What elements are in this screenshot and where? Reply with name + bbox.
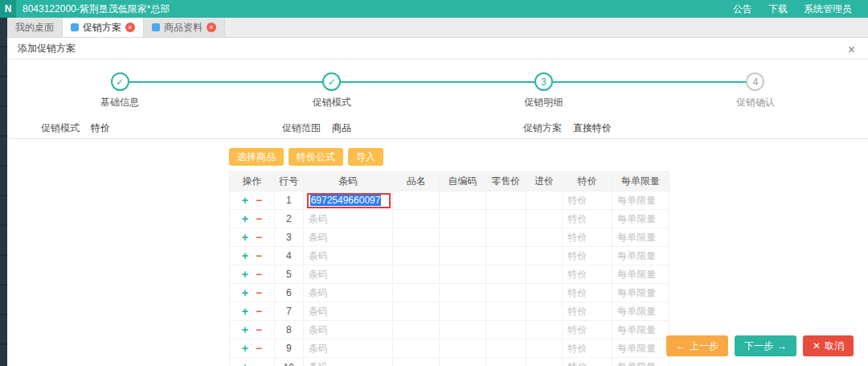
limit-input[interactable]: 每单限量 xyxy=(612,302,669,320)
cancel-button[interactable]: ✕ 取消 xyxy=(803,335,854,356)
limit-input[interactable]: 每单限量 xyxy=(612,339,669,357)
barcode-input[interactable]: 条码 xyxy=(304,302,394,320)
remove-row-button[interactable]: − xyxy=(256,268,262,281)
tab-my-desktop[interactable]: 我的桌面 xyxy=(7,18,63,37)
select-product-button[interactable]: 选择商品 xyxy=(229,148,284,166)
add-row-button[interactable]: + xyxy=(242,342,248,355)
limit-input[interactable]: 每单限量 xyxy=(612,228,669,246)
add-row-button[interactable]: + xyxy=(242,212,248,225)
retail-price-cell xyxy=(486,358,526,366)
row-actions: +− xyxy=(230,358,275,366)
previous-step-button[interactable]: ← 上一步 xyxy=(666,335,728,356)
remove-row-button[interactable]: − xyxy=(256,323,262,336)
add-row-button[interactable]: + xyxy=(242,361,248,366)
next-step-button[interactable]: 下一步 → xyxy=(735,335,796,356)
barcode-input[interactable]: 条码 xyxy=(304,284,394,302)
field-promotion-scope: 促销范围 商品 xyxy=(264,117,506,138)
self-code-cell xyxy=(440,284,486,302)
special-price-input[interactable]: 特价 xyxy=(563,321,612,339)
special-price-input[interactable]: 特价 xyxy=(563,302,612,320)
retail-price-cell xyxy=(486,265,526,283)
limit-input[interactable]: 每单限量 xyxy=(612,321,669,339)
table-row: +− 4 条码 特价 每单限量 xyxy=(230,247,669,265)
remove-row-button[interactable]: − xyxy=(256,231,262,244)
remove-row-button[interactable]: − xyxy=(256,249,262,262)
download-link[interactable]: 下载 xyxy=(768,2,788,16)
close-tab-icon[interactable]: × xyxy=(207,23,216,32)
barcode-input[interactable]: 条码 xyxy=(304,358,394,366)
barcode-input[interactable]: 条码 xyxy=(304,210,394,228)
remove-row-button[interactable]: − xyxy=(256,305,262,318)
table-row: +− 5 条码 特价 每单限量 xyxy=(230,265,669,284)
special-price-input[interactable]: 特价 xyxy=(563,284,612,302)
add-row-button[interactable]: + xyxy=(242,286,248,299)
line-number: 5 xyxy=(275,265,304,283)
barcode-input[interactable]: 条码 xyxy=(304,321,394,339)
special-price-input[interactable]: 特价 xyxy=(563,358,612,366)
special-price-input[interactable]: 特价 xyxy=(563,247,612,265)
summary-row: 促销模式 特价 促销范围 商品 促销方案 直接特价 xyxy=(7,117,868,139)
barcode-input[interactable]: 条码 xyxy=(304,228,394,246)
add-row-button[interactable]: + xyxy=(242,305,248,318)
import-button[interactable]: 导入 xyxy=(348,148,383,166)
close-icon[interactable]: × xyxy=(848,39,855,60)
arrow-left-icon: ← xyxy=(676,340,686,352)
cost-price-cell xyxy=(526,247,563,265)
admin-user-menu[interactable]: 系统管理员 xyxy=(804,2,852,16)
barcode-input[interactable]: 6972549660097 xyxy=(304,191,394,209)
retail-price-cell xyxy=(486,284,526,302)
table-row: +− 2 条码 特价 每单限量 xyxy=(230,210,669,228)
special-price-input[interactable]: 特价 xyxy=(563,191,612,209)
special-price-input[interactable]: 特价 xyxy=(563,228,612,246)
table-toolbar: 选择商品 特价公式 导入 xyxy=(229,148,868,166)
table-row: +− 3 条码 特价 每单限量 xyxy=(230,228,669,247)
add-row-button[interactable]: + xyxy=(242,194,248,207)
step-label: 基础信息 xyxy=(100,96,139,109)
add-row-button[interactable]: + xyxy=(242,249,248,262)
barcode-input[interactable]: 条码 xyxy=(304,265,394,283)
col-header-cost: 进价 xyxy=(526,172,563,191)
row-actions: +− xyxy=(230,210,275,228)
limit-input[interactable]: 每单限量 xyxy=(612,191,669,209)
limit-placeholder: 每单限量 xyxy=(617,342,656,356)
limit-input[interactable]: 每单限量 xyxy=(612,265,669,283)
limit-input[interactable]: 每单限量 xyxy=(612,284,669,302)
special-price-input[interactable]: 特价 xyxy=(563,210,612,228)
special-price-formula-button[interactable]: 特价公式 xyxy=(289,148,343,166)
barcode-input[interactable]: 条码 xyxy=(304,247,394,265)
tab-product-data[interactable]: 商品资料 × xyxy=(144,18,225,37)
remove-row-button[interactable]: − xyxy=(256,286,262,299)
row-actions: +− xyxy=(230,321,275,339)
limit-placeholder: 每单限量 xyxy=(617,323,656,337)
remove-row-button[interactable]: − xyxy=(256,212,262,225)
close-tab-icon[interactable]: × xyxy=(125,23,135,32)
stepper: ✓ 基础信息 ✓ 促销模式 3 促销明细 4 促销确认 xyxy=(72,72,804,116)
barcode-field-focused[interactable]: 6972549660097 xyxy=(307,193,391,208)
limit-input[interactable]: 每单限量 xyxy=(612,247,669,265)
barcode-input[interactable]: 条码 xyxy=(304,339,394,357)
step-label: 促销明细 xyxy=(524,96,563,109)
collapsed-sidebar[interactable] xyxy=(0,18,7,366)
special-price-placeholder: 特价 xyxy=(567,342,587,356)
add-row-button[interactable]: + xyxy=(242,323,248,336)
remove-row-button[interactable]: − xyxy=(256,361,262,366)
tab-promotion-plan[interactable]: 促销方案 × xyxy=(63,18,144,37)
add-row-button[interactable]: + xyxy=(242,268,248,281)
special-price-input[interactable]: 特价 xyxy=(563,339,612,357)
barcode-placeholder: 条码 xyxy=(309,342,328,356)
limit-input[interactable]: 每单限量 xyxy=(612,210,669,228)
col-header-special: 特价 xyxy=(563,172,612,191)
barcode-placeholder: 条码 xyxy=(309,249,328,263)
remove-row-button[interactable]: − xyxy=(256,342,262,355)
limit-input[interactable]: 每单限量 xyxy=(612,358,669,366)
col-header-name: 品名 xyxy=(393,172,440,191)
retail-price-cell xyxy=(486,339,526,357)
remove-row-button[interactable]: − xyxy=(256,194,262,207)
limit-placeholder: 每单限量 xyxy=(617,231,656,245)
announcement-link[interactable]: 公告 xyxy=(733,2,752,16)
product-name-cell xyxy=(393,284,440,302)
special-price-input[interactable]: 特价 xyxy=(563,265,612,283)
add-row-button[interactable]: + xyxy=(242,231,248,244)
table-row: +− 10 条码 特价 每单限量 xyxy=(230,358,669,366)
limit-placeholder: 每单限量 xyxy=(617,194,656,208)
